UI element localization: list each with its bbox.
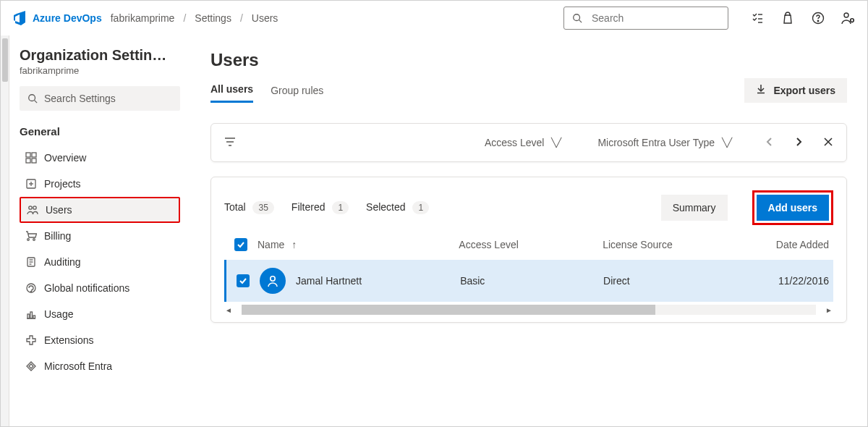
svg-point-18 — [29, 206, 32, 209]
global-search-input[interactable] — [590, 12, 722, 25]
filter-access-level-label: Access Level — [485, 137, 544, 148]
marketplace-icon[interactable] — [780, 11, 795, 25]
export-users-button[interactable]: Export users — [744, 78, 847, 103]
tab-group-rules[interactable]: Group rules — [271, 79, 323, 102]
extensions-icon — [25, 334, 37, 346]
svg-point-7 — [844, 13, 848, 17]
add-users-button[interactable]: Add users — [757, 195, 829, 221]
filter-next-button[interactable] — [794, 136, 803, 150]
filter-access-level[interactable]: Access Level ╲╱ — [485, 137, 561, 148]
filter-icon[interactable] — [224, 137, 236, 149]
tab-all-users[interactable]: All users — [210, 77, 253, 103]
filter-entra-type[interactable]: Microsoft Entra User Type ╲╱ — [597, 137, 732, 148]
stat-selected: Selected 1 — [366, 201, 429, 214]
azure-devops-logo-icon — [12, 11, 27, 25]
users-icon — [27, 204, 38, 216]
breadcrumb-sep: / — [183, 12, 186, 24]
scroll-left-arrow[interactable]: ◄ — [224, 306, 233, 314]
sidebar-group-general: General — [20, 125, 180, 138]
svg-rect-13 — [26, 158, 30, 163]
select-all-checkbox[interactable] — [234, 238, 247, 251]
sidebar-item-projects[interactable]: Projects — [20, 171, 180, 197]
user-license-source: Direct — [603, 275, 746, 287]
breadcrumb-users[interactable]: Users — [252, 12, 278, 24]
filter-prev-button[interactable] — [765, 136, 774, 150]
sidebar-item-extensions[interactable]: Extensions — [20, 327, 180, 353]
stat-filtered: Filtered 1 — [292, 201, 349, 214]
sidebar-item-overview[interactable]: Overview — [20, 145, 180, 171]
sidebar-item-label: Auditing — [44, 256, 81, 268]
users-panel: Total 35 Filtered 1 Selected 1 Summary — [210, 177, 847, 323]
sidebar-item-label: Global notifications — [44, 282, 129, 294]
sidebar-item-label: Extensions — [44, 334, 93, 346]
download-icon — [756, 84, 766, 96]
svg-rect-30 — [30, 312, 33, 318]
sidebar-title: Organization Settin… — [20, 47, 180, 64]
user-date-added: 11/22/2016 — [746, 275, 833, 287]
help-icon[interactable] — [811, 11, 825, 25]
sidebar-item-global-notifications[interactable]: Global notifications — [20, 275, 180, 301]
brand-block[interactable]: Azure DevOps — [12, 11, 102, 25]
sidebar-item-label: Billing — [44, 230, 71, 242]
stat-filtered-count: 1 — [332, 201, 349, 214]
filter-close-button[interactable] — [823, 137, 833, 149]
notifications-icon — [25, 282, 37, 294]
avatar — [260, 268, 286, 294]
search-icon — [570, 11, 584, 25]
chevron-down-icon: ╲╱ — [551, 138, 561, 148]
breadcrumb-sep: / — [240, 12, 243, 24]
users-grid-header: Name ↑ Access Level License Source Date … — [224, 238, 833, 255]
sidebar-item-billing[interactable]: Billing — [20, 223, 180, 249]
chevron-down-icon: ╲╱ — [722, 138, 732, 148]
brand-label: Azure DevOps — [33, 12, 102, 24]
sidebar-item-auditing[interactable]: Auditing — [20, 249, 180, 275]
user-name: Jamal Hartnett — [296, 275, 362, 287]
svg-point-19 — [33, 206, 36, 209]
usage-icon — [25, 308, 37, 320]
sidebar-search[interactable]: Search Settings — [20, 86, 180, 111]
entra-icon — [25, 360, 37, 372]
export-users-label: Export users — [773, 85, 835, 96]
column-header-date-added[interactable]: Date Added — [746, 239, 833, 250]
svg-rect-14 — [32, 158, 36, 163]
column-header-license-source[interactable]: License Source — [603, 239, 746, 250]
billing-icon — [25, 230, 37, 242]
page-title: Users — [210, 50, 847, 70]
sidebar: Organization Settin… fabrikamprime Searc… — [9, 35, 190, 426]
main-content: Users All users Group rules Export users… — [190, 35, 867, 426]
row-checkbox[interactable] — [237, 274, 250, 287]
svg-rect-31 — [33, 316, 35, 318]
sidebar-item-label: Usage — [44, 308, 73, 320]
breadcrumb-org[interactable]: fabrikamprime — [111, 12, 175, 24]
sidebar-search-placeholder: Search Settings — [44, 93, 116, 104]
stat-selected-count: 1 — [412, 201, 429, 214]
svg-line-10 — [35, 101, 38, 103]
svg-point-20 — [27, 239, 30, 241]
sidebar-item-microsoft-entra[interactable]: Microsoft Entra — [20, 353, 180, 379]
stats-row: Total 35 Filtered 1 Selected 1 Summary — [224, 190, 833, 225]
projects-icon — [25, 178, 37, 190]
left-scrollbar[interactable] — [1, 35, 9, 426]
stat-total: Total 35 — [224, 201, 274, 214]
svg-point-21 — [33, 239, 35, 241]
sidebar-item-label: Microsoft Entra — [44, 360, 112, 372]
sidebar-item-usage[interactable]: Usage — [20, 301, 180, 327]
top-bar: Azure DevOps fabrikamprime / Settings / … — [1, 1, 867, 35]
svg-rect-12 — [32, 153, 36, 157]
sidebar-item-label: Users — [46, 204, 72, 216]
summary-button[interactable]: Summary — [661, 195, 728, 221]
column-header-name[interactable]: Name ↑ — [258, 239, 459, 250]
sidebar-item-users[interactable]: Users — [20, 197, 180, 223]
column-header-access-level[interactable]: Access Level — [459, 239, 603, 250]
global-search[interactable] — [563, 7, 728, 30]
svg-point-9 — [29, 95, 35, 101]
svg-point-39 — [271, 276, 275, 281]
user-settings-icon[interactable] — [841, 11, 856, 25]
top-icon-bar — [750, 11, 856, 25]
svg-rect-29 — [27, 314, 30, 318]
work-items-icon[interactable] — [750, 11, 765, 25]
scroll-right-arrow[interactable]: ► — [825, 306, 833, 314]
table-row[interactable]: Jamal Hartnett Basic Direct 11/22/2016 — [224, 260, 833, 302]
horizontal-scrollbar[interactable]: ◄ ► — [224, 305, 833, 315]
breadcrumb-settings[interactable]: Settings — [195, 12, 231, 24]
